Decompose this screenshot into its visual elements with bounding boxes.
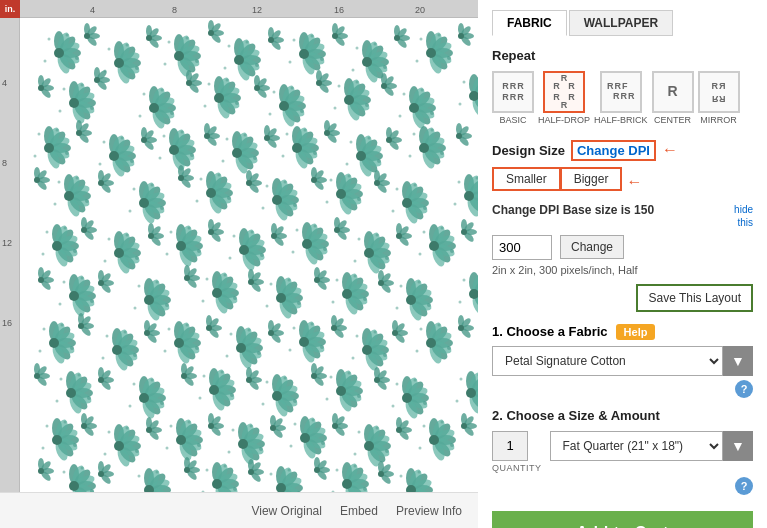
fabric-help-icon[interactable]: ? [735,380,753,398]
smaller-button[interactable]: Smaller [492,167,560,191]
view-original-link[interactable]: View Original [251,504,321,518]
help-badge[interactable]: Help [616,324,656,340]
repeat-option-half-drop[interactable]: RRR RRR HALF-DROP [538,71,590,126]
repeat-basic-label: BASIC [499,115,526,126]
change-dpi-link[interactable]: Change DPI [571,140,656,161]
bottom-toolbar: View Original Embed Preview Info [0,492,478,528]
pattern-canvas [20,18,478,492]
repeat-half-drop-label: HALF-DROP [538,115,590,126]
fabric-select-arrow[interactable]: ▼ [723,346,753,376]
fabric-select[interactable]: Petal Signature Cotton [492,346,723,376]
embed-link[interactable]: Embed [340,504,378,518]
hide-this-link[interactable]: hidethis [734,203,753,229]
size-question: ? [492,477,753,495]
dpi-input-row: Change [492,235,753,260]
logo-badge: in. [0,0,20,18]
size-buttons: Smaller Bigger [492,167,622,191]
tab-fabric[interactable]: FABRIC [492,10,567,36]
ruler-left: 4 8 12 16 [0,18,20,492]
repeat-option-basic[interactable]: RRR RRR BASIC [492,71,534,126]
arrow2-icon: ← [626,173,642,191]
repeat-option-mirror[interactable]: RR RR MIRROR [698,71,740,126]
design-size-label: Design Size [492,143,565,158]
choose-size-label: 2. Choose a Size & Amount [492,408,753,423]
tab-bar: FABRIC WALLPAPER [492,10,753,36]
repeat-options: RRR RRR BASIC RRR RRR HALF-DROP RRF RRR [492,71,753,126]
size-help-icon[interactable]: ? [735,477,753,495]
dpi-base-text: Change DPI Base size is 150 [492,203,654,217]
pattern-preview: in. 4 8 12 16 20 4 8 12 16 [0,0,478,528]
save-layout-button[interactable]: Save This Layout [636,284,753,312]
bigger-button[interactable]: Bigger [560,167,623,191]
size-select-arrow[interactable]: ▼ [723,431,753,461]
repeat-option-half-brick[interactable]: RRF RRR HALF-BRICK [594,71,648,126]
add-to-cart-button[interactable]: Add to Cart [492,511,753,528]
repeat-option-center[interactable]: R CENTER [652,71,694,126]
dpi-description: 2in x 2in, 300 pixels/inch, Half [492,264,753,276]
repeat-mirror-label: MIRROR [700,115,737,126]
choose-fabric-label: 1. Choose a Fabric Help [492,324,753,340]
preview-info-link[interactable]: Preview Info [396,504,462,518]
repeat-half-brick-label: HALF-BRICK [594,115,648,126]
ruler-top: 4 8 12 16 20 [20,0,478,18]
fabric-question: ? [492,380,753,398]
fabric-select-row: Petal Signature Cotton ▼ [492,346,753,376]
right-panel: FABRIC WALLPAPER Repeat RRR RRR BASIC RR… [478,0,767,528]
repeat-label: Repeat [492,48,753,63]
repeat-center-label: CENTER [654,115,691,126]
dpi-input[interactable] [492,235,552,260]
size-select[interactable]: Fat Quarter (21" x 18") [550,431,723,461]
dpi-info-row: Change DPI Base size is 150 hidethis [492,203,753,229]
quantity-group: QUANTITY [492,431,542,473]
quantity-label: QUANTITY [492,463,542,473]
design-size-row: Design Size Change DPI ← [492,140,753,161]
quantity-input[interactable] [492,431,528,461]
arrow-icon: ← [662,141,678,159]
tab-wallpaper[interactable]: WALLPAPER [569,10,673,36]
change-dpi-button[interactable]: Change [560,235,624,259]
